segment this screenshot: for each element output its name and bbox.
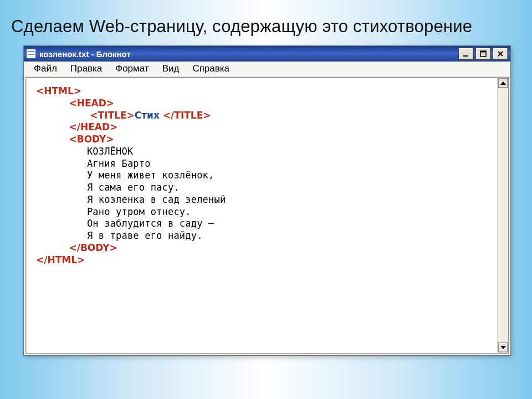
maximize-button[interactable]: [475, 48, 491, 60]
menu-file[interactable]: Файл: [27, 62, 64, 75]
chevron-down-icon: [500, 346, 506, 349]
window-title: козленок.txt - Блокнот: [39, 49, 458, 59]
menu-help[interactable]: Справка: [186, 62, 236, 75]
notepad-window: козленок.txt - Блокнот Файл Правка Форма…: [23, 45, 511, 356]
close-button[interactable]: [493, 48, 508, 60]
tag-head-open: <HEAD>: [69, 98, 114, 109]
poem-line-2: Агния Барто: [87, 158, 151, 169]
minimize-button[interactable]: [458, 48, 474, 60]
tag-html-open: <HTML>: [36, 85, 81, 96]
document-icon: [26, 49, 36, 59]
client-area: <HTML> <HEAD> <TITLE>Стих </TITLE> </HEA…: [25, 77, 509, 354]
menubar: Файл Правка Формат Вид Справка: [24, 62, 510, 76]
titlebar: козленок.txt - Блокнот: [24, 46, 510, 62]
menu-format[interactable]: Формат: [109, 62, 155, 75]
tag-body-close: </BODY>: [69, 242, 117, 253]
svg-rect-2: [480, 51, 486, 53]
poem-line-4: Я сама его пасу.: [87, 182, 180, 193]
slide-heading: Сделаем Web-страницу, содержащую это сти…: [11, 17, 521, 37]
title-text: Стих: [135, 110, 163, 121]
poem-line-5: Я козленка в сад зеленый: [87, 194, 226, 205]
tag-title-close: </TITLE>: [163, 110, 211, 121]
poem-line-7: Он заблудится в саду –: [87, 218, 214, 229]
tag-body-open: <BODY>: [69, 134, 114, 145]
svg-rect-0: [463, 55, 468, 57]
poem-line-1: КОЗЛЁНОК: [87, 146, 133, 157]
poem-line-3: У меня живет козлёнок,: [87, 170, 214, 181]
scroll-up-button[interactable]: [498, 78, 508, 88]
poem-line-6: Рано утром отнесу.: [87, 206, 191, 217]
menu-edit[interactable]: Правка: [64, 62, 109, 75]
menu-view[interactable]: Вид: [156, 62, 186, 75]
text-area[interactable]: <HTML> <HEAD> <TITLE>Стих </TITLE> </HEA…: [26, 78, 497, 353]
window-buttons: [458, 48, 508, 60]
tag-html-close: </HTML>: [36, 254, 85, 265]
slide: Сделаем Web-страницу, содержащую это сти…: [0, 0, 532, 399]
poem-line-8: Я в траве его найду.: [87, 230, 203, 241]
chevron-up-icon: [500, 81, 506, 85]
tag-title-open: <TITLE>: [90, 110, 134, 121]
vertical-scrollbar[interactable]: [497, 78, 508, 353]
tag-head-close: </HEAD>: [69, 121, 117, 132]
scroll-down-button[interactable]: [498, 342, 508, 352]
